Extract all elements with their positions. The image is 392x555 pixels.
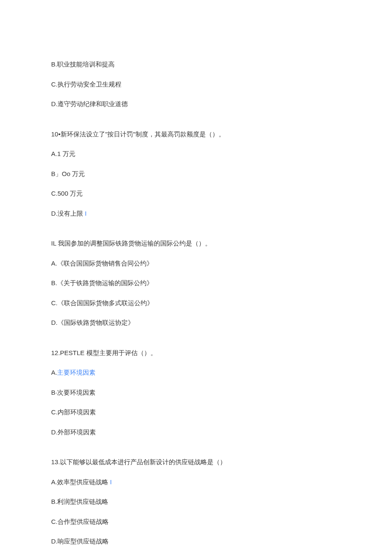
q9-option-d: D.遵守劳动纪律和职业道德 [51, 99, 341, 109]
q13-option-c: C.合作型供应链战略 [51, 517, 341, 527]
question-gap [51, 447, 341, 457]
question-gap [51, 338, 341, 348]
question-gap [51, 119, 341, 130]
q13-option-d: D.响应型供应链战略 [51, 537, 341, 546]
q11-option-b: B.《关于铁路货物运输的国际公约》 [51, 278, 341, 288]
q12-option-d: D.外部环境因素 [51, 428, 341, 437]
q9-option-c: C.执行劳动安全卫生规程 [51, 80, 341, 90]
q10-option-a: A.1 万元 [51, 149, 341, 159]
q11-option-d: D.《国际铁路货物联运协定》 [51, 318, 341, 328]
q11-stem: IL 我国参加的调整国际铁路货物运输的国际公约是（）。 [51, 239, 341, 249]
q10-option-c: C.500 万元 [51, 189, 341, 199]
q10-option-d-text: D.没有上限 [51, 210, 83, 217]
q13-option-b: B.利润型供应链战略 [51, 497, 341, 507]
q13-option-a: A.效率型供应链战略 I [51, 477, 341, 487]
document-page: B.职业技能培训和提高 C.执行劳动安全卫生规程 D.遵守劳动纪律和职业道德 1… [0, 0, 392, 555]
q10-stem: 10•新环保法设立了"按日计罚"制度，其最高罚款额度是（）。 [51, 130, 341, 139]
q9-option-b: B.职业技能培训和提高 [51, 60, 341, 69]
q12-option-a-prefix: A. [51, 369, 57, 376]
q11-option-a: A.《联合国国际货物销售合同公约》 [51, 259, 341, 269]
q12-option-b: B·次要环境因素 [51, 388, 341, 398]
q10-option-d: D.没有上限 I [51, 209, 341, 219]
question-gap [51, 228, 341, 239]
q12-option-a: A.主要环境因素 [51, 368, 341, 378]
q10-option-b: B」Oo 万元 [51, 169, 341, 179]
q10-option-d-marker: I [85, 210, 86, 217]
q12-stem: 12.PESTLE 模型主要用于评估（）。 [51, 348, 341, 358]
q12-option-c: C.内部环境因素 [51, 408, 341, 417]
q13-stem: 13.以下能够以最低成本进行产品创新设计的供应链战略是（） [51, 457, 341, 467]
q13-option-a-text: A.效率型供应链战略 [51, 478, 108, 486]
q12-option-a-body: 主要环境因素 [57, 369, 95, 376]
q11-option-c: C.《联合国国际货物多式联运公约》 [51, 298, 341, 308]
q13-option-a-marker: I [110, 478, 112, 486]
